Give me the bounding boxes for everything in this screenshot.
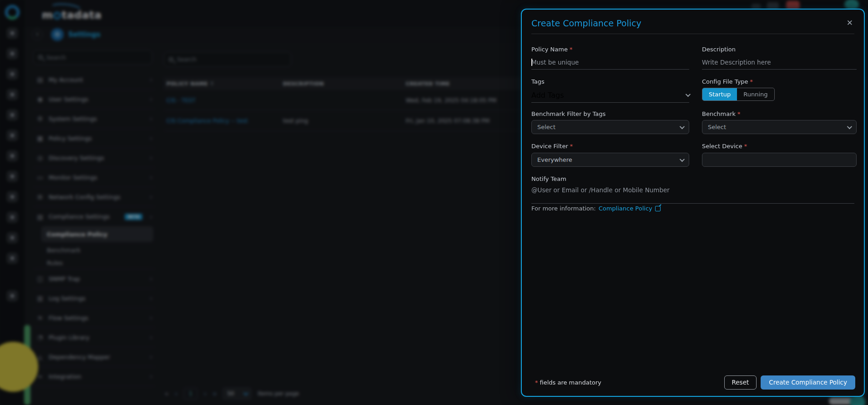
tags-label: Tags	[531, 78, 545, 85]
tags-placeholder: Add Tags	[531, 91, 564, 100]
running-option[interactable]: Running	[737, 88, 774, 100]
select-value: Everywhere	[537, 156, 572, 163]
description-input[interactable]	[702, 55, 857, 69]
mandatory-note: *fields are mandatory	[535, 379, 601, 386]
policy-name-label: Policy Name*	[531, 46, 572, 53]
chevron-down-icon	[847, 124, 852, 129]
required-marker: *	[570, 143, 573, 150]
required-marker: *	[744, 143, 747, 150]
required-marker: *	[737, 110, 741, 117]
benchmark-filter-by-tags-label: Benchmark Filter by Tags	[531, 110, 606, 117]
description-field[interactable]	[702, 55, 857, 70]
label-text: Device Filter	[531, 143, 568, 150]
label-text: Policy Name	[531, 46, 568, 53]
device-filter-label: Device Filter*	[531, 143, 573, 150]
note-text: fields are mandatory	[540, 379, 601, 386]
device-filter-select[interactable]: Everywhere	[531, 153, 689, 167]
policy-name-field[interactable]	[531, 55, 689, 70]
info-prefix: For more information:	[531, 205, 596, 212]
text-cursor	[531, 59, 532, 66]
modal-footer: *fields are mandatory Reset Create Compl…	[535, 375, 855, 390]
reset-button[interactable]: Reset	[724, 375, 757, 390]
chevron-down-icon	[680, 156, 685, 161]
chevron-down-icon	[686, 92, 691, 97]
select-device-label: Select Device*	[702, 143, 747, 150]
notify-team-label: Notify Team	[531, 175, 566, 182]
config-file-type-label: Config File Type*	[702, 78, 753, 85]
required-marker: *	[570, 46, 573, 53]
policy-name-input[interactable]	[531, 55, 689, 69]
select-device-input[interactable]	[702, 153, 857, 167]
divider	[531, 34, 854, 34]
chevron-down-icon	[680, 124, 685, 129]
close-icon[interactable]: ✕	[847, 18, 853, 27]
external-link-icon	[655, 206, 661, 211]
notify-team-field[interactable]	[531, 185, 854, 204]
benchmark-select[interactable]: Select	[702, 120, 857, 134]
tags-select[interactable]: Add Tags	[531, 88, 689, 103]
benchmark-filter-by-tags-select[interactable]: Select	[531, 120, 689, 134]
create-compliance-policy-button[interactable]: Create Compliance Policy	[761, 375, 855, 390]
create-compliance-policy-modal: Create Compliance Policy ✕ Policy Name* …	[521, 9, 865, 397]
notify-team-input[interactable]	[531, 185, 854, 195]
startup-option[interactable]: Startup	[702, 88, 737, 100]
required-marker: *	[535, 379, 538, 386]
label-text: Benchmark	[702, 110, 736, 117]
description-label: Description	[702, 46, 736, 53]
select-value: Select	[708, 124, 726, 130]
compliance-policy-link[interactable]: Compliance Policy	[599, 205, 652, 212]
modal-title: Create Compliance Policy	[531, 18, 641, 28]
info-line: For more information: Compliance Policy	[531, 205, 661, 212]
config-file-type-toggle: Startup Running	[702, 88, 775, 101]
select-value: Select	[537, 124, 555, 130]
benchmark-label: Benchmark*	[702, 110, 741, 117]
label-text: Config File Type	[702, 78, 748, 85]
required-marker: *	[750, 78, 753, 85]
label-text: Select Device	[702, 143, 742, 150]
